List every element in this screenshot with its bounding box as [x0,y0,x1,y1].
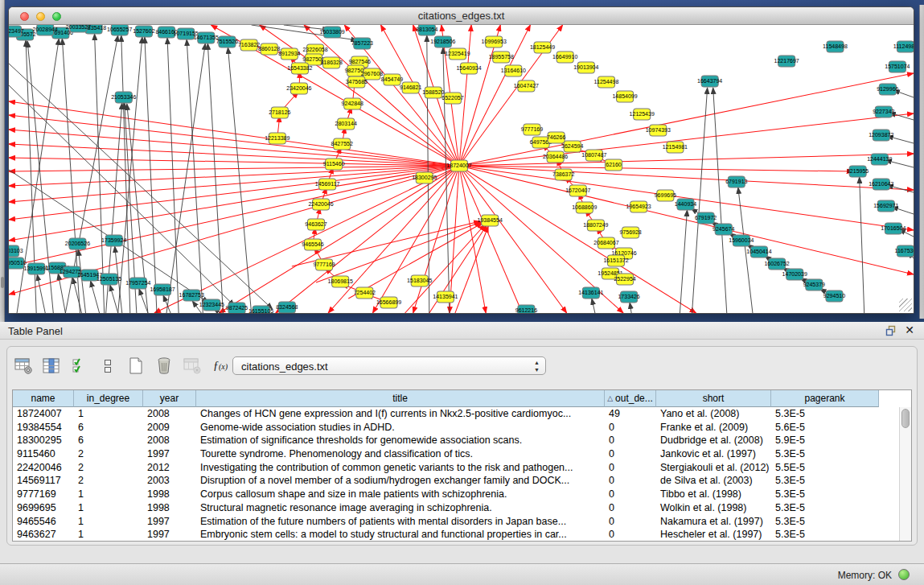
graph-node[interactable]: 16047427 [514,80,539,92]
graph-node[interactable]: 14135941 [433,291,458,303]
graph-node[interactable]: 9463627 [305,219,326,230]
graph-node[interactable]: 9756928 [619,227,641,238]
graph-node[interactable]: 12444139 [867,154,892,165]
column-header-pagerank[interactable]: pagerank [771,390,879,407]
column-header-name[interactable]: name [13,390,74,407]
graph-node[interactable]: 8186328 [320,57,342,68]
graph-node[interactable]: 3950510 [9,257,27,269]
graph-node[interactable]: 22420046 [308,199,333,210]
graph-node[interactable]: 12125439 [630,109,655,120]
graph-node[interactable]: 11548498 [823,41,848,52]
graph-node[interactable]: 2803144 [335,118,357,130]
network-view-window[interactable]: citations_edges.txt 18724007716382288601… [8,6,914,314]
graph-node[interactable]: 18807249 [583,220,608,231]
graph-node[interactable]: 62160 [605,159,622,171]
graph-node[interactable]: 20206526 [65,238,90,249]
graph-node[interactable]: 15960034 [729,235,754,246]
table-row[interactable]: 1830029562008Estimation of significance … [13,434,911,447]
graph-node[interactable]: 11254498 [594,76,619,88]
table-source-select[interactable]: citations_edges.txt ▲▼ [232,356,546,375]
graph-node[interactable]: 2718126 [269,107,290,118]
graph-node[interactable]: 23420046 [286,83,311,94]
graph-node[interactable]: 7254402 [354,287,376,299]
graph-node[interactable]: 9245674 [713,224,734,235]
graph-node[interactable]: 9227343 [873,106,894,117]
graph-node[interactable]: 9245379 [803,279,825,290]
graph-node[interactable]: 12154981 [663,142,688,153]
graph-node[interactable]: 8454749 [381,74,403,85]
graph-node[interactable]: 7163822 [238,39,260,51]
graph-node[interactable]: 8324568 [276,302,298,313]
select-rows-icon[interactable] [70,356,89,376]
graph-node[interactable]: 7857223 [351,38,373,49]
graph-node[interactable]: 21203103 [9,245,23,257]
graph-node[interactable]: 7386372 [552,169,574,180]
table-row[interactable]: 2242004622012Investigating the contribut… [13,461,911,475]
table-row[interactable]: 1456911722003Disruption of a novel membe… [13,474,911,488]
graph-node[interactable]: 14136141 [578,287,603,299]
table-row[interactable]: 946362711997Embryonic stem cells: a mode… [13,528,911,542]
graph-node[interactable]: 12217697 [774,56,799,67]
graph-node[interactable]: 16643794 [697,76,722,87]
citation-network-graph[interactable]: 1872400771638228860128891293423226058982… [9,25,914,313]
graph-node[interactable]: 746266 [547,132,566,143]
graph-node[interactable]: 9129966 [877,84,898,95]
table-row[interactable]: 1938455462009Genome-wide association stu… [13,421,911,435]
table-row[interactable]: 969969511998Structural magnetic resonanc… [13,501,911,515]
graph-node[interactable]: 14569117 [315,179,340,190]
function-builder-icon[interactable]: ƒ(x) [211,356,230,376]
graph-node[interactable]: 1733426 [618,291,639,303]
graph-node[interactable]: 6791913 [725,176,747,187]
memory-ok-indicator[interactable] [898,569,910,580]
graph-node[interactable]: 8912934 [278,48,300,60]
graph-node[interactable]: 19218506 [430,36,455,47]
graph-node[interactable]: 15751074 [885,61,910,72]
graph-node[interactable]: 3475685 [346,76,368,88]
graph-node[interactable]: 10974393 [646,125,671,136]
graph-node[interactable]: 18069815 [328,276,353,287]
graph-node[interactable]: 12213389 [265,133,290,144]
graph-node[interactable]: 16649910 [552,51,577,63]
results-panel-edge[interactable] [919,5,924,319]
graph-node[interactable]: 9242848 [342,98,363,109]
graph-node[interactable]: 18125449 [530,42,555,53]
column-header-out_de[interactable]: △out_de... [605,390,656,407]
graph-node[interactable]: 17016504 [881,223,906,234]
graph-node[interactable]: 20364486 [543,151,568,163]
graph-node[interactable]: 9294510 [823,290,845,302]
window-titlebar[interactable]: citations_edges.txt [9,7,914,25]
graph-node[interactable]: 10688609 [572,202,597,213]
graph-node[interactable]: 7515526 [216,36,238,47]
close-panel-icon[interactable]: ✕ [905,323,914,336]
graph-node[interactable]: 21053346 [111,92,136,103]
graph-node[interactable]: 8427552 [331,138,353,150]
control-panel-edge[interactable] [0,0,5,322]
graph-node[interactable]: 12093872 [869,130,893,141]
graph-node[interactable]: 20684067 [593,237,618,249]
scrollbar-thumb[interactable] [901,409,910,428]
column-header-in_degree[interactable]: in_degree [74,390,143,407]
graph-node[interactable]: 8813054 [416,25,437,35]
graph-node[interactable]: 16033809 [320,27,345,38]
graph-node[interactable]: 9612216 [515,305,537,313]
graph-node[interactable]: 15183045 [407,275,432,286]
table-row[interactable]: 977716911998Corpus callosum shape and si… [13,488,911,501]
graph-node[interactable]: 15640934 [456,63,481,74]
graph-node[interactable]: 1167530 [895,245,914,257]
table-vertical-scrollbar[interactable] [899,407,911,542]
graph-node[interactable]: 14854099 [612,91,637,102]
graph-node[interactable]: 9115460 [323,159,345,170]
table-panel-header[interactable]: Table Panel ✕ [0,322,924,340]
graph-node[interactable]: 6522057 [441,93,463,104]
table-row[interactable]: 911546021997Tourette syndrome. Phenomeno… [13,447,911,461]
graph-node[interactable]: 3624594 [561,141,583,152]
graph-node[interactable]: 11124987 [893,41,914,52]
graph-node[interactable]: 9777169 [521,124,543,135]
graph-node[interactable]: 9777169 [313,259,335,270]
row-height-icon[interactable] [98,356,117,376]
network-canvas[interactable]: 1872400771638228860128891293423226058982… [9,25,914,313]
graph-node[interactable]: 8215955 [847,166,869,177]
graph-node[interactable]: 15692971 [873,200,898,212]
table-row[interactable]: 946554611997Estimation of the future num… [13,515,911,529]
table-row[interactable]: 1872400712008Changes of HCN gene express… [13,407,911,421]
